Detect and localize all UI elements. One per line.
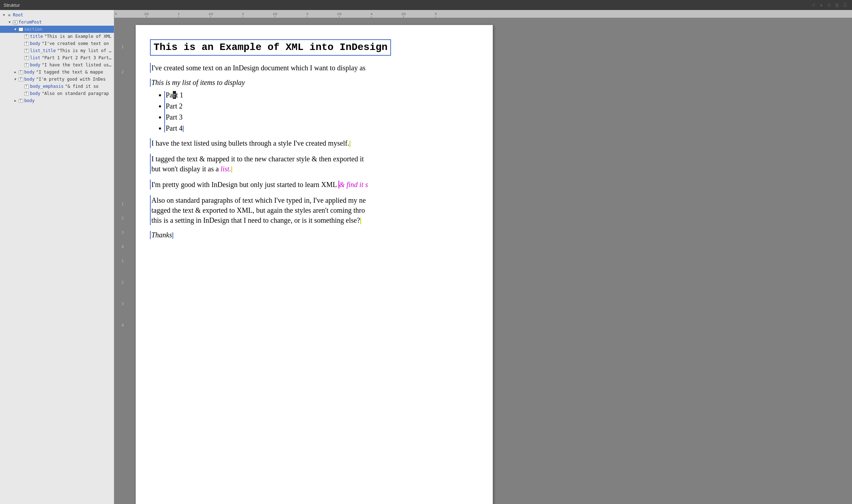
value-body3: "I tagged the text & mappe: [36, 70, 103, 75]
tree-node-section[interactable]: ▼ ⊞ section: [0, 26, 114, 33]
list-item-1: Part 1: [166, 91, 478, 99]
tree-node-list[interactable]: T list "Part 1 Part 2 Part 3 Part 4": [0, 54, 114, 61]
body4-emphasis: & find it s: [339, 181, 368, 188]
label-body2: body: [30, 62, 40, 67]
page-wrapper: 1 2 1 2 3 4 1 2 3 4 This is an Example o…: [114, 18, 852, 504]
value-body-emphasis: "& find it so: [65, 84, 99, 89]
tree-node-title[interactable]: T title "This is an Example of XML: [0, 33, 114, 40]
tree-node-body1[interactable]: T body "I've created some text on: [0, 40, 114, 47]
document-body1: I've created some text on an InDesign do…: [150, 63, 478, 73]
icon-body5: T: [24, 91, 29, 96]
tree-node-body2[interactable]: T body "I have the text listed using: [0, 61, 114, 69]
toggle-section[interactable]: ▼: [13, 27, 18, 32]
document-body5: Also on standard paragraphs of text whic…: [150, 195, 478, 225]
svg-text:5: 5: [435, 12, 437, 16]
page: This is an Example of XML into InDesign …: [136, 25, 493, 504]
document-list: Part 1 Part 2 Part 3 Part 4: [164, 91, 478, 132]
toggle-body-emphasis: [19, 84, 24, 89]
toggle-body2: [19, 62, 24, 67]
toggle-body1: [19, 41, 24, 46]
list-item-4: Part 4: [166, 124, 478, 132]
document-thanks: Thanks: [150, 231, 478, 239]
icon-list-title: T: [24, 48, 29, 53]
document-body2: I have the text listed using bullets thr…: [150, 138, 478, 148]
value-body4: "I'm pretty good with InDes: [36, 77, 106, 82]
tree-node-list-title[interactable]: T list_title "This is my list of items: [0, 47, 114, 54]
icon-root: ⊕: [6, 12, 12, 17]
value-title: "This is an Example of XML: [44, 34, 111, 39]
toggle-list-title: [19, 48, 24, 53]
label-body4: body: [24, 77, 35, 82]
svg-text:4: 4: [371, 12, 372, 16]
svg-text:1/2: 1/2: [401, 12, 406, 16]
page-num-4c: 4: [121, 323, 129, 345]
icon-list: T: [24, 55, 29, 60]
label-body-emphasis: body_emphasis: [30, 84, 64, 89]
document-list-title: This is my list of items to display: [150, 79, 478, 87]
icon-forumPost: ⊞: [12, 20, 18, 25]
value-body5: "Also on standard paragrap: [42, 91, 109, 96]
toggle-title: [19, 34, 24, 39]
list-item-2: Part 2: [166, 102, 478, 110]
page-num-2: 2: [121, 70, 129, 95]
icon-body4: T: [18, 77, 24, 82]
tree-node-body5[interactable]: T body "Also on standard paragrap: [0, 90, 114, 97]
svg-text:0: 0: [115, 12, 117, 16]
toggle-root[interactable]: ▼: [1, 12, 6, 17]
document-body4: I'm pretty good with InDesign but only j…: [150, 180, 478, 190]
tree-view[interactable]: ▼ ⊕ Root ▼ ⊞ forumPost ▼: [0, 10, 114, 504]
svg-text:2: 2: [242, 12, 244, 16]
page-num-4b: 4: [121, 245, 129, 259]
tree-node-body6[interactable]: ▶ T body: [0, 97, 114, 104]
page-num-3c: 3: [121, 302, 129, 323]
tree-node-body4[interactable]: ▼ T body "I'm pretty good with InDes: [0, 76, 114, 83]
delete-btn[interactable]: 🗑: [833, 1, 841, 9]
toggle-body6[interactable]: ▶: [13, 98, 18, 103]
page-num-list: [121, 95, 129, 202]
ruler-svg: 0 1/2 1 1/2 2 1/2 3 1/2 4 1/2: [114, 10, 852, 18]
toggle-body3[interactable]: ▶: [13, 70, 18, 75]
page-num-1c: 1: [121, 259, 129, 281]
tree-node-body3[interactable]: ▶ T body "I tagged the text & mappe: [0, 69, 114, 76]
title-bar: Struktur ↺ ● ⧉ 🗑 ☰: [0, 0, 852, 10]
icon-body-emphasis: T: [24, 84, 29, 89]
label-body6: body: [24, 98, 35, 103]
svg-text:1: 1: [178, 12, 180, 16]
label-body1: body: [30, 41, 40, 46]
svg-text:1/2: 1/2: [337, 12, 342, 16]
tree-node-forumPost[interactable]: ▼ ⊞ forumPost: [0, 19, 114, 26]
copy-btn[interactable]: ⧉: [826, 1, 833, 9]
svg-text:3: 3: [306, 12, 308, 16]
icon-body6: T: [18, 98, 24, 103]
record-btn[interactable]: ●: [818, 1, 825, 9]
list-item-1-text: Part 1: [166, 91, 183, 99]
label-list-title: list_title: [30, 48, 56, 53]
value-list-title: "This is my list of items: [57, 48, 112, 53]
refresh-btn[interactable]: ↺: [810, 1, 817, 9]
list-item-3-text: Part 3: [166, 113, 182, 121]
ruler: 0 1/2 1 1/2 2 1/2 3 1/2 4 1/2: [114, 10, 852, 18]
list-item-4-text: Part 4: [166, 124, 184, 132]
toggle-body4[interactable]: ▼: [13, 77, 18, 82]
tree-node-root[interactable]: ▼ ⊕ Root: [0, 11, 114, 19]
page-num-2c: 2: [121, 281, 129, 302]
icon-body1: T: [24, 41, 29, 46]
tree-node-body-emphasis[interactable]: T body_emphasis "& find it so: [0, 83, 114, 90]
page-num-3b: 3: [121, 231, 129, 245]
label-forumPost: forumPost: [19, 20, 42, 25]
value-list: "Part 1 Part 2 Part 3 Part 4": [42, 55, 112, 60]
menu-btn[interactable]: ☰: [841, 1, 848, 9]
label-body3: body: [24, 70, 35, 75]
page-num-1b: 1: [121, 202, 129, 216]
toggle-forumPost[interactable]: ▼: [7, 20, 12, 25]
toggle-list: [19, 55, 24, 60]
svg-text:1/2: 1/2: [273, 12, 277, 16]
icon-section: ⊞: [18, 27, 24, 32]
main-layout: ▼ ⊕ Root ▼ ⊞ forumPost ▼: [0, 10, 852, 504]
icon-body2: T: [24, 62, 29, 67]
document-area[interactable]: 0 1/2 1 1/2 2 1/2 3 1/2 4 1/2: [114, 10, 852, 504]
list-item-2-text: Part 2: [166, 102, 182, 110]
label-root: Root: [13, 12, 23, 17]
toggle-body5: [19, 91, 24, 96]
toolbar: ↺ ● ⧉ 🗑 ☰: [810, 1, 848, 9]
